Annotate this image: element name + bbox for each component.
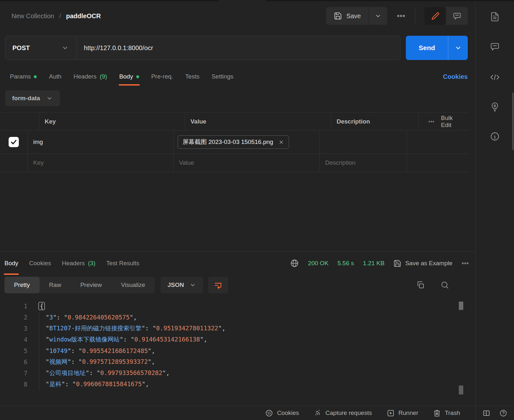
response-size[interactable]: 1.21 KB	[363, 260, 385, 267]
cookies-button[interactable]: Cookies	[265, 409, 299, 417]
edit-mode-button[interactable]	[424, 7, 446, 25]
chevron-down-icon	[46, 95, 53, 102]
wrap-lines-button[interactable]	[208, 277, 228, 293]
code-line[interactable]: 2"3": "0.984226405620575",	[0, 311, 475, 323]
runner-label: Runner	[399, 409, 418, 416]
form-data-table: Key Value Description Bulk Edit img	[0, 112, 469, 172]
save-icon	[393, 259, 401, 267]
trash-button[interactable]: Trash	[433, 409, 460, 417]
response-meta: 200 OK 5.56 s 1.21 KB Save as Example	[290, 259, 469, 268]
request-header: New Collection / paddleOCR Save	[0, 1, 475, 31]
code-line[interactable]: 7"公司项目地址": "0.997933566570282",	[0, 367, 475, 379]
chevron-down-icon	[61, 44, 69, 52]
save-options-button[interactable]	[369, 7, 387, 25]
response-tab-body[interactable]: Body	[4, 252, 18, 275]
runner-button[interactable]: Runner	[387, 409, 418, 417]
status-badge[interactable]: 200 OK	[308, 260, 328, 267]
breadcrumb-request-name[interactable]: paddleOCR	[66, 12, 101, 20]
view-tab-visualize[interactable]: Visualize	[111, 277, 155, 293]
line-number: 1	[0, 303, 27, 310]
wrap-lines-icon	[214, 281, 222, 289]
trash-icon	[433, 409, 441, 417]
documentation-icon[interactable]	[490, 12, 500, 22]
tab-tests[interactable]: Tests	[185, 68, 199, 86]
ellipsis-icon[interactable]	[428, 118, 435, 125]
code-line[interactable]: 8"是科": "0.9960678815841675",	[0, 379, 475, 390]
split-panel-icon[interactable]	[482, 409, 490, 417]
scrollbar-thumb[interactable]	[459, 302, 463, 310]
code-line[interactable]: 5"10749": "0.9955421686172485",	[0, 345, 475, 356]
window-scrollbar[interactable]	[512, 93, 514, 150]
save-as-example-button[interactable]: Save as Example	[393, 259, 452, 267]
row-checkbox-checked[interactable]	[9, 137, 19, 147]
body-type-select[interactable]: form-data	[5, 90, 60, 106]
save-button-label: Save	[346, 12, 361, 20]
tab-params[interactable]: Params	[10, 68, 37, 86]
value-input-empty[interactable]: Value	[173, 154, 319, 172]
code-text: {	[27, 303, 44, 310]
bulk-edit-cell: Bulk Edit	[418, 113, 461, 130]
comment-mode-button[interactable]	[446, 7, 468, 25]
capture-requests-button[interactable]: Capture requests	[314, 409, 372, 417]
close-icon[interactable]	[278, 139, 284, 145]
description-cell[interactable]	[319, 131, 407, 154]
response-tab-cookies[interactable]: Cookies	[29, 252, 51, 275]
tab-headers[interactable]: Headers (9)	[74, 68, 107, 86]
tab-auth[interactable]: Auth	[49, 68, 61, 86]
format-select[interactable]: JSON	[160, 277, 203, 293]
save-button[interactable]: Save	[326, 7, 369, 25]
code-line[interactable]: 6"视频网": "0.9975712895393372",	[0, 356, 475, 367]
description-input-empty[interactable]: Description	[319, 154, 407, 172]
code-snippet-icon[interactable]	[490, 72, 500, 82]
code-text: "BT1207-好用的磁力链接搜索引擎": "0.951934278011322…	[27, 324, 226, 333]
scrollbar-mark[interactable]	[459, 386, 463, 394]
ellipsis-icon[interactable]	[461, 259, 469, 267]
send-options-button[interactable]	[448, 36, 468, 60]
response-code-lines: 1{2"3": "0.984226405620575",3"BT1207-好用的…	[0, 300, 475, 390]
pencil-icon	[431, 12, 440, 20]
breadcrumb-collection[interactable]: New Collection	[11, 12, 54, 20]
globe-icon[interactable]	[290, 259, 299, 268]
row-select-cell	[0, 154, 27, 172]
response-tab-test-results[interactable]: Test Results	[106, 252, 139, 275]
ellipsis-icon	[397, 11, 406, 20]
help-icon[interactable]	[499, 409, 507, 417]
code-line[interactable]: 3"BT1207-好用的磁力链接搜索引擎": "0.95193427801132…	[0, 323, 475, 334]
pub-lightbulb-icon[interactable]	[490, 102, 500, 112]
postman-app: New Collection / paddleOCR Save	[0, 0, 514, 420]
tab-params-label: Params	[10, 73, 31, 80]
status-bar-right	[475, 406, 514, 420]
tab-settings[interactable]: Settings	[212, 68, 234, 86]
send-button[interactable]: Send	[406, 36, 448, 60]
view-tab-preview[interactable]: Preview	[71, 277, 112, 293]
key-cell[interactable]: img	[27, 131, 173, 154]
response-body-editor[interactable]: 1{2"3": "0.984226405620575",3"BT1207-好用的…	[0, 293, 475, 406]
info-icon[interactable]	[490, 131, 500, 141]
row-select-cell	[0, 131, 27, 154]
url-input[interactable]: http://127.0.0.1:8000/ocr	[77, 36, 400, 60]
response-tab-headers[interactable]: Headers (3)	[62, 252, 95, 275]
cookies-link[interactable]: Cookies	[443, 73, 468, 80]
save-as-example-label: Save as Example	[405, 260, 452, 267]
search-icon[interactable]	[440, 281, 449, 289]
tab-pre-request[interactable]: Pre-req.	[151, 68, 173, 86]
method-select[interactable]: POST	[5, 36, 77, 60]
code-line[interactable]: 4"window版本下载镜像网站": "0.9146453142166138",	[0, 334, 475, 345]
code-line[interactable]: 1{	[0, 300, 475, 311]
comment-icon[interactable]	[490, 42, 500, 52]
view-tab-pretty[interactable]: Pretty	[4, 277, 40, 293]
more-actions-button[interactable]	[397, 11, 406, 20]
indent-guide	[39, 311, 39, 390]
response-time[interactable]: 5.56 s	[338, 260, 354, 267]
header-description: Description	[331, 113, 418, 130]
view-tab-raw[interactable]: Raw	[40, 277, 71, 293]
tab-body[interactable]: Body	[119, 68, 139, 86]
value-cell[interactable]: 屏幕截图 2023-03-03 150516.png	[173, 131, 319, 154]
bulk-edit-button[interactable]: Bulk Edit	[441, 115, 461, 129]
copy-icon[interactable]	[416, 281, 425, 289]
code-text: "window版本下载镜像网站": "0.9146453142166138",	[27, 335, 207, 344]
trash-label: Trash	[445, 409, 460, 416]
key-input-empty[interactable]: Key	[27, 154, 173, 172]
response-tab-cookies-label: Cookies	[29, 260, 51, 267]
response-tabs: Body Cookies Headers (3) Test Results 20…	[0, 252, 475, 275]
